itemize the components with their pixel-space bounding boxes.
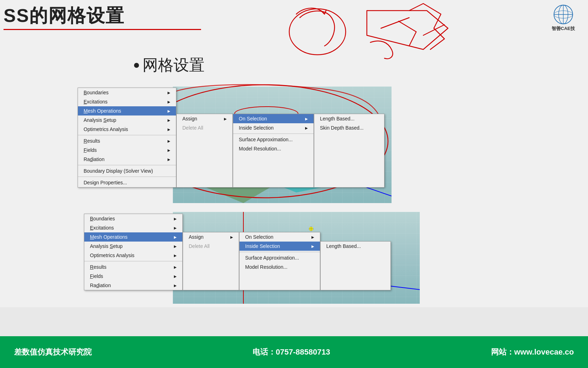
menu-item-results-upper[interactable]: Results▶ [78,136,176,146]
menu-item-optimetrics-upper[interactable]: Optimetrics Analysis▶ [78,125,176,134]
lower-assign-menu: Assign▶ Delete All [183,232,239,290]
upper-assign-menu: Assign▶ Delete All [176,114,233,188]
lower-on-selection-menu: On Selection▶ Inside Selection▶ Surface … [239,232,320,290]
menu-item-fields-upper[interactable]: Fields▶ [78,146,176,155]
menu-item-optimetrics-lower[interactable]: Optimetrics Analysis▶ [84,251,182,260]
length-based-item-lower[interactable]: Length Based... [321,242,390,251]
model-resolution-item-lower[interactable]: Model Resolution... [240,262,320,272]
bullet-section: 网格设置 [134,55,205,76]
menu-item-design-props-upper[interactable]: Design Properties... [78,178,176,187]
separator-on-sel-lower [240,252,320,252]
menu-item-mesh-ops-lower[interactable]: Mesh Operations▶ [84,232,182,242]
menu-item-results-lower[interactable]: Results▶ [84,262,182,272]
assign-item-delete-upper: Delete All [177,123,232,132]
lower-length-menu: Length Based... [320,241,391,290]
menu-item-radiation-lower[interactable]: Radiation▶ [84,281,182,290]
inside-selection-item-lower[interactable]: Inside Selection▶ [240,242,320,251]
title-underline [4,29,201,30]
lower-main-menu: Boundaries▶ Excitations▶ Mesh Operations… [84,214,183,290]
assign-item-assign-upper[interactable]: Assign▶ [177,114,232,123]
globe-icon [551,4,576,25]
page-title: SS的网格设置 [4,4,125,28]
menu-item-boundary-display-upper[interactable]: Boundary Display (Solver View) [78,166,176,176]
separator-1-upper [78,135,176,135]
menu-item-radiation-upper[interactable]: Radiation▶ [78,155,176,164]
menu-item-excitations-upper[interactable]: Excitations▶ [78,97,176,106]
bullet-label: 网格设置 [143,55,205,76]
logo-area: 智善CAE技 [542,4,584,32]
bottom-bar: 差数值仿真技术研究院 电话：0757-88580713 网站：www.lovec… [0,336,588,368]
menu-item-boundaries-lower[interactable]: Boundaries▶ [84,214,182,223]
length-based-item-upper[interactable]: Length Based... [314,114,384,123]
inside-selection-item-upper[interactable]: Inside Selection▶ [233,123,314,132]
lower-menu-container: Boundaries▶ Excitations▶ Mesh Operations… [84,214,391,290]
on-selection-item-lower[interactable]: On Selection▶ [240,232,320,242]
upper-on-selection-menu: On Selection▶ Inside Selection▶ Surface … [233,114,314,188]
menu-item-analysis-setup-lower[interactable]: Analysis Setup▶ [84,242,182,251]
main-area: SS的网格设置 智善CAE技 网格设置 [0,0,588,307]
assign-item-delete-lower: Delete All [183,242,239,251]
separator-2-upper [78,165,176,165]
svg-point-19 [289,9,346,55]
menu-item-fields-lower[interactable]: Fields▶ [84,272,182,281]
bottom-right-text: 网站：www.lovecae.co [491,347,574,357]
bottom-left-text: 差数值仿真技术研究院 [14,347,92,357]
menu-item-boundaries-upper[interactable]: Boundaries▶ [78,88,176,97]
model-resolution-item-upper[interactable]: Model Resolution... [233,144,314,153]
bottom-center-text: 电话：0757-88580713 [253,347,330,357]
upper-menu-container: Boundaries▶ Excitations▶ Mesh Operations… [78,88,384,188]
assign-item-assign-lower[interactable]: Assign▶ [183,232,239,242]
logo-text: 智善CAE技 [552,25,575,32]
surface-approx-item-upper[interactable]: Surface Approximation... [233,135,314,144]
separator-1-lower [84,261,182,261]
separator-3-upper [78,177,176,177]
menu-item-excitations-lower[interactable]: Excitations▶ [84,223,182,232]
bullet-dot [134,63,139,68]
separator-on-sel-upper [233,133,314,134]
menu-item-analysis-setup-upper[interactable]: Analysis Setup▶ [78,115,176,125]
upper-main-menu: Boundaries▶ Excitations▶ Mesh Operations… [78,88,176,188]
upper-length-menu: Length Based... Skin Depth Based... [314,114,384,188]
surface-approx-item-lower[interactable]: Surface Approximation... [240,253,320,262]
menu-item-mesh-ops-upper[interactable]: Mesh Operations▶ [78,106,176,115]
on-selection-item-upper[interactable]: On Selection▶ [233,114,314,123]
skin-depth-item-upper[interactable]: Skin Depth Based... [314,123,384,132]
